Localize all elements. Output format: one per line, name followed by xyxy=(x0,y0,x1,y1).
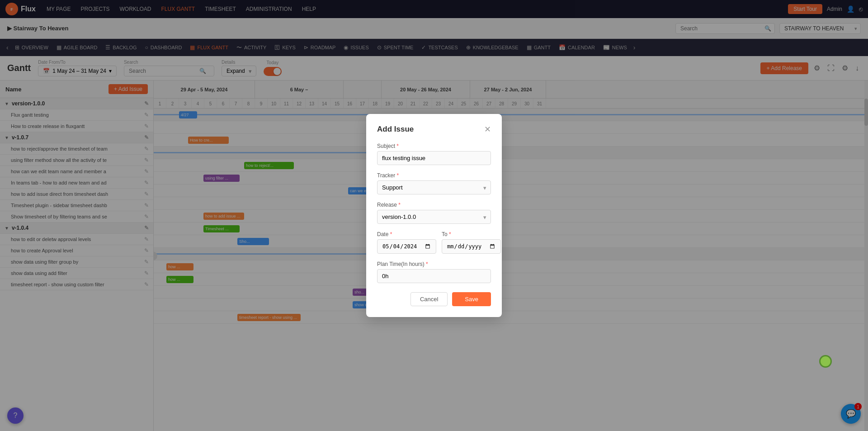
required-indicator: * xyxy=(397,202,401,208)
cursor-circle xyxy=(819,355,832,368)
required-indicator: * xyxy=(388,231,392,237)
cancel-button[interactable]: Cancel xyxy=(410,292,448,306)
release-label: Release * xyxy=(377,202,491,208)
required-indicator: * xyxy=(448,231,451,237)
subject-label: Subject * xyxy=(377,143,491,149)
add-issue-modal: Add Issue ✕ Subject * Tracker * Bug Feat… xyxy=(366,114,502,317)
to-label: To * xyxy=(442,231,501,237)
modal-title: Add Issue xyxy=(377,125,414,134)
from-date-field: Date * xyxy=(377,231,436,254)
subject-input[interactable] xyxy=(377,151,491,165)
release-field: Release * version-1.0.0 v-1.0.7 v-1.0.4 xyxy=(377,202,491,224)
date-to-input[interactable] xyxy=(442,239,501,254)
tracker-select[interactable]: Bug Feature Support Task xyxy=(377,180,491,194)
save-button[interactable]: Save xyxy=(452,292,491,306)
release-select[interactable]: version-1.0.0 v-1.0.7 v-1.0.4 xyxy=(377,210,491,224)
plan-time-input[interactable] xyxy=(377,269,491,283)
tracker-field: Tracker * Bug Feature Support Task xyxy=(377,172,491,194)
subject-field: Subject * xyxy=(377,143,491,165)
date-field: Date * To * xyxy=(377,231,491,254)
modal-overlay[interactable]: Add Issue ✕ Subject * Tracker * Bug Feat… xyxy=(0,0,868,431)
date-label: Date * xyxy=(377,231,436,237)
required-indicator: * xyxy=(395,172,399,179)
required-indicator: * xyxy=(395,143,399,149)
cursor-hint xyxy=(819,355,832,368)
modal-close-button[interactable]: ✕ xyxy=(484,125,491,133)
release-select-wrap: version-1.0.0 v-1.0.7 v-1.0.4 xyxy=(377,210,491,224)
date-from-input[interactable] xyxy=(377,239,436,254)
modal-header: Add Issue ✕ xyxy=(377,125,491,134)
plan-time-field: Plan Time(In hours) * xyxy=(377,261,491,283)
modal-footer: Cancel Save xyxy=(377,292,491,306)
tracker-select-wrap: Bug Feature Support Task xyxy=(377,180,491,194)
required-indicator: * xyxy=(425,261,428,267)
date-row: Date * To * xyxy=(377,231,491,254)
to-date-field: To * xyxy=(442,231,501,254)
plan-time-label: Plan Time(In hours) * xyxy=(377,261,491,267)
tracker-label: Tracker * xyxy=(377,172,491,179)
